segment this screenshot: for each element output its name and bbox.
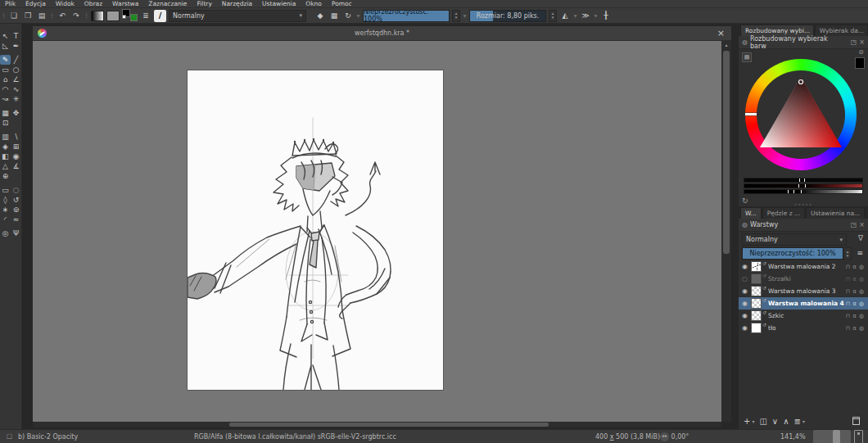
- brush-preset-status[interactable]: b) Basic-2 Opacity: [18, 430, 78, 443]
- tool-calligraphy[interactable]: ✒: [11, 41, 21, 51]
- tool-smart-patch[interactable]: ⊞: [11, 142, 21, 151]
- tool-bezier-curve[interactable]: ◠: [0, 84, 11, 94]
- tool-assistants[interactable]: △: [0, 161, 11, 171]
- tool-pan[interactable]: Ψ: [11, 228, 21, 238]
- layer-thumbnail[interactable]: [751, 298, 762, 309]
- zoom-slider[interactable]: [813, 430, 851, 443]
- tool-polygon[interactable]: ⌂: [0, 75, 11, 84]
- tool-polyline[interactable]: ∠: [11, 75, 21, 84]
- lock-icon[interactable]: ⊓: [846, 264, 850, 270]
- layers-docker-header[interactable]: ◍ Warstwy ◳ ×: [739, 219, 868, 232]
- background-color-swatch[interactable]: [130, 14, 138, 21]
- menu-warstwa[interactable]: Warstwa: [107, 0, 143, 8]
- preserve-alpha-button[interactable]: ▦: [328, 10, 340, 21]
- alpha-icon[interactable]: α: [852, 264, 857, 270]
- hue-wheel[interactable]: [745, 59, 857, 170]
- new-document-button[interactable]: ❏: [8, 10, 20, 21]
- visibility-icon[interactable]: ◉: [739, 287, 751, 295]
- layer-row-warstwa-malowania-4[interactable]: ◉ ↺ Warstwa malowania 4 ⊓ α ◍: [739, 297, 868, 310]
- current-color-swatch[interactable]: [855, 57, 865, 69]
- tab-pedzle[interactable]: Pędzle z ...: [762, 207, 805, 219]
- add-layer-button[interactable]: +: [744, 417, 750, 426]
- no-color-icon[interactable]: ⊘: [858, 48, 864, 56]
- vertical-scroll-thumb[interactable]: [723, 51, 730, 254]
- shade-strip-3[interactable]: [744, 189, 863, 194]
- alpha-icon[interactable]: α: [852, 288, 857, 295]
- chevron-down-icon[interactable]: ▾: [463, 12, 467, 20]
- tool-move[interactable]: ✥: [11, 108, 21, 118]
- tool-dynamic-brush[interactable]: ↝: [0, 94, 11, 104]
- layer-opacity-slider[interactable]: Nieprzezroczystość: 100%: [742, 247, 843, 260]
- color-docker-header[interactable]: ◍ Rozbudowany wybierak barw ◳ ×: [739, 36, 868, 49]
- chevron-down-icon[interactable]: ▾: [752, 418, 754, 424]
- layer-row-szkic[interactable]: ◉ ↺ Szkic ⊓ α ◍: [739, 310, 868, 322]
- shade-strip-2[interactable]: [744, 183, 863, 188]
- layer-properties-button[interactable]: ≣: [794, 417, 801, 426]
- canvas-vertical-scrollbar[interactable]: ▴: [721, 41, 731, 422]
- menu-pomoc[interactable]: Pomoc: [327, 0, 357, 8]
- chevron-down-icon[interactable]: ▾: [573, 12, 577, 20]
- tool-pattern-edit[interactable]: ◈: [0, 142, 11, 151]
- tool-multibrush[interactable]: ✳: [11, 94, 21, 104]
- tool-rectangle[interactable]: ▭: [0, 65, 11, 75]
- document-titlebar[interactable]: werfstqdhn.kra * ×: [33, 26, 731, 41]
- toolbar-handle[interactable]: ⁞: [2, 12, 6, 20]
- close-docker-icon[interactable]: ×: [859, 221, 865, 228]
- spin-down-icon[interactable]: ▾: [549, 16, 556, 20]
- horizontal-scroll-thumb[interactable]: [229, 423, 549, 427]
- menu-filtry[interactable]: Filtry: [192, 0, 216, 8]
- menu-okno[interactable]: Okno: [301, 0, 327, 8]
- tool-ellipse-select[interactable]: ◌: [11, 185, 21, 195]
- menu-edycja[interactable]: Edycja: [20, 0, 51, 8]
- tool-color-sampler[interactable]: ∖: [11, 132, 21, 142]
- tool-similar-select[interactable]: ∗: [0, 205, 11, 215]
- tool-rect-select[interactable]: ▭: [0, 185, 11, 195]
- chevron-down-icon[interactable]: ▾: [594, 12, 598, 20]
- visibility-icon[interactable]: ◉: [739, 312, 751, 319]
- tool-edit-shapes[interactable]: ◺: [0, 41, 11, 51]
- layer-thumbnail[interactable]: [751, 273, 762, 284]
- visibility-icon[interactable]: ○: [739, 275, 751, 283]
- move-layer-up-button[interactable]: ∧: [783, 417, 789, 426]
- canvas[interactable]: [188, 70, 443, 390]
- lock-icon[interactable]: ⊓: [846, 313, 850, 319]
- menu-ustawienia[interactable]: Ustawienia: [257, 0, 301, 8]
- inherit-alpha-icon[interactable]: ◍: [859, 264, 864, 270]
- selection-mode-icon[interactable]: ☐: [7, 430, 12, 443]
- layer-row-warstwa-malowania-2[interactable]: ◉ ↺ Warstwa malowania 2 ⊓ α ◍: [739, 260, 868, 273]
- brush-size-slider[interactable]: Rozmiar: 8,80 piks.: [469, 10, 546, 22]
- menu-narzedzia[interactable]: Narzędzia: [217, 0, 257, 8]
- tool-freehand-select[interactable]: ↺: [11, 195, 21, 205]
- layer-blend-mode-dropdown[interactable]: Normalny ▾: [742, 233, 847, 246]
- tool-select-shapes[interactable]: ↖: [0, 31, 11, 41]
- tool-gradient[interactable]: ▥: [0, 132, 11, 142]
- inherit-alpha-icon[interactable]: ◍: [859, 301, 864, 307]
- inherit-alpha-icon[interactable]: ◍: [859, 313, 864, 319]
- duplicate-layer-button[interactable]: ◫: [759, 417, 766, 426]
- reload-preset-button[interactable]: ↻: [342, 10, 354, 21]
- fit-to-screen-icon[interactable]: [854, 430, 863, 443]
- close-docker-icon[interactable]: ×: [859, 38, 865, 46]
- delete-layer-button[interactable]: [852, 417, 860, 425]
- inherit-alpha-icon[interactable]: ◍: [859, 288, 864, 295]
- document-size-status[interactable]: 400 x 500 (3,8 MiB): [595, 430, 660, 443]
- spin-down-icon[interactable]: ▾: [844, 254, 851, 258]
- pattern-chooser[interactable]: [106, 11, 120, 21]
- foreground-background-colors[interactable]: [122, 9, 138, 22]
- inherit-alpha-icon[interactable]: ◍: [859, 325, 864, 332]
- tool-poly-select[interactable]: ◊: [0, 195, 11, 205]
- visibility-icon[interactable]: ◉: [739, 300, 751, 307]
- canvas-horizontal-scrollbar[interactable]: [33, 422, 721, 427]
- tool-text[interactable]: T: [11, 31, 21, 41]
- menu-zaznaczanie[interactable]: Zaznaczanie: [143, 0, 192, 8]
- chevron-down-icon[interactable]: ▾: [356, 12, 360, 20]
- shade-selector[interactable]: [744, 178, 863, 195]
- alpha-icon[interactable]: α: [852, 276, 857, 283]
- tool-ellipse[interactable]: ○: [11, 65, 21, 75]
- menu-obraz[interactable]: Obraz: [79, 0, 107, 8]
- tool-freehand-brush[interactable]: ✎: [0, 55, 11, 65]
- move-layer-down-button[interactable]: ∨: [772, 417, 778, 426]
- visibility-icon[interactable]: ◉: [739, 324, 751, 332]
- layer-thumbnail[interactable]: [751, 323, 762, 333]
- layer-menu-icon[interactable]: ≡: [857, 249, 863, 257]
